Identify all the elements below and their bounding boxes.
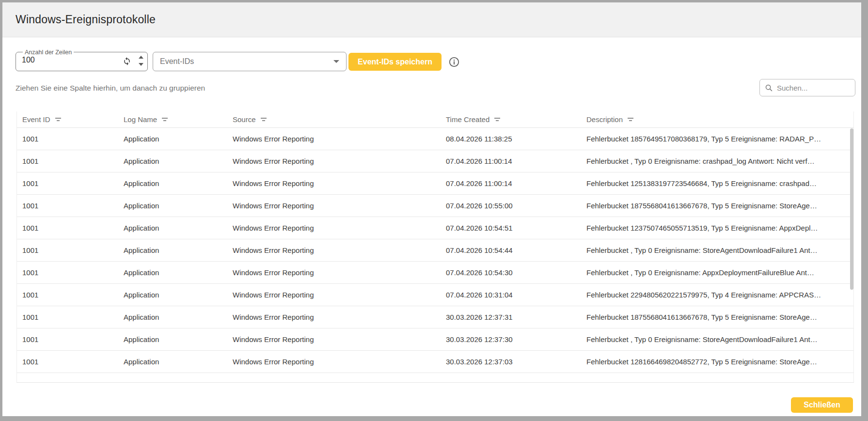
column-header-time-created[interactable]: Time Created bbox=[441, 115, 581, 124]
table-row[interactable]: 1001ApplicationWindows Error Reporting07… bbox=[17, 239, 853, 262]
table-cell: Fehlerbucket 1875568041613667678, Typ 5 … bbox=[581, 313, 853, 321]
column-header-description[interactable]: Description bbox=[581, 115, 853, 124]
table-cell: Fehlerbucket 1281664698204852772, Typ 5 … bbox=[581, 358, 853, 366]
table-cell: Application bbox=[118, 246, 227, 254]
filter-icon[interactable] bbox=[494, 117, 501, 122]
table-cell: Fehlerbucket 1237507465055713519, Typ 5 … bbox=[581, 224, 853, 232]
table-row-partial bbox=[17, 373, 853, 383]
dialog-titlebar: Windows-Ereignisprotokolle bbox=[2, 2, 861, 37]
table-cell: 30.03.2026 12:37:31 bbox=[441, 313, 581, 321]
table-cell: Application bbox=[118, 224, 227, 232]
table-cell: Fehlerbucket 1875568041613667678, Typ 5 … bbox=[581, 202, 853, 210]
table-cell: Windows Error Reporting bbox=[227, 202, 441, 210]
row-count-input[interactable] bbox=[22, 56, 121, 64]
table-cell: Windows Error Reporting bbox=[227, 246, 441, 254]
table-row[interactable]: 1001ApplicationWindows Error Reporting30… bbox=[17, 306, 853, 328]
table-cell: Windows Error Reporting bbox=[227, 268, 441, 277]
table-cell: 1001 bbox=[17, 179, 118, 187]
column-header-label: Time Created bbox=[446, 115, 489, 124]
table-cell: 07.04.2026 10:54:51 bbox=[441, 224, 581, 232]
table-row[interactable]: 1001ApplicationWindows Error Reporting07… bbox=[17, 195, 853, 217]
table-cell: Fehlerbucket 2294805620221579975, Typ 4 … bbox=[581, 291, 853, 299]
table-row[interactable]: 1001ApplicationWindows Error Reporting30… bbox=[17, 351, 853, 373]
column-header-label: Log Name bbox=[124, 115, 157, 124]
event-ids-select[interactable]: Event-IDs bbox=[153, 52, 347, 71]
filter-icon[interactable] bbox=[627, 117, 634, 122]
table-cell: Application bbox=[118, 202, 227, 210]
table-cell: Application bbox=[118, 268, 227, 277]
save-event-ids-button[interactable]: Event-IDs speichern bbox=[348, 53, 442, 71]
table-cell: 1001 bbox=[17, 157, 118, 165]
filter-icon[interactable] bbox=[55, 117, 62, 122]
table-body: 1001ApplicationWindows Error Reporting08… bbox=[17, 128, 853, 383]
table-cell: Application bbox=[118, 291, 227, 299]
stepper-down-icon[interactable] bbox=[139, 63, 143, 66]
vertical-scrollbar-thumb[interactable] bbox=[850, 128, 853, 290]
table-cell: 07.04.2026 10:54:44 bbox=[441, 246, 581, 254]
group-hint-row: Ziehen Sie eine Spalte hierhin, um danac… bbox=[2, 78, 861, 97]
table-cell: 07.04.2026 11:00:14 bbox=[441, 157, 581, 165]
controls-row: Anzahl der Zeilen Event-IDs Event-IDs sp… bbox=[2, 52, 861, 71]
table-row[interactable]: 1001ApplicationWindows Error Reporting07… bbox=[17, 217, 853, 239]
column-header-source[interactable]: Source bbox=[227, 115, 441, 124]
info-icon[interactable] bbox=[448, 56, 460, 68]
table-row[interactable]: 1001ApplicationWindows Error Reporting08… bbox=[17, 128, 853, 150]
table-cell: Fehlerbucket , Typ 0 Ereignisname: AppxD… bbox=[581, 268, 853, 277]
table-cell: Application bbox=[118, 358, 227, 366]
row-count-stepper bbox=[139, 56, 143, 66]
table-row[interactable]: 1001ApplicationWindows Error Reporting07… bbox=[17, 172, 853, 195]
stepper-up-icon[interactable] bbox=[139, 56, 143, 59]
close-button[interactable]: Schließen bbox=[791, 397, 853, 413]
table-cell: 1001 bbox=[17, 313, 118, 321]
refresh-icon bbox=[122, 56, 132, 65]
table-cell: Fehlerbucket , Typ 0 Ereignisname: crash… bbox=[581, 157, 853, 165]
column-header-label: Description bbox=[586, 115, 623, 124]
event-log-dialog: Windows-Ereignisprotokolle Anzahl der Ze… bbox=[2, 2, 861, 416]
chevron-down-icon bbox=[333, 60, 339, 63]
table-cell: Windows Error Reporting bbox=[227, 291, 441, 299]
table-cell: Application bbox=[118, 157, 227, 165]
row-count-field[interactable]: Anzahl der Zeilen bbox=[16, 52, 148, 71]
table-cell: 1001 bbox=[17, 358, 118, 366]
event-log-table: Event IDLog NameSourceTime CreatedDescri… bbox=[16, 111, 854, 383]
table-cell: Windows Error Reporting bbox=[227, 224, 441, 232]
table-cell: Windows Error Reporting bbox=[227, 135, 441, 143]
table-cell: 30.03.2026 12:37:03 bbox=[441, 358, 581, 366]
table-cell: 1001 bbox=[17, 224, 118, 232]
column-header-log-name[interactable]: Log Name bbox=[118, 115, 227, 124]
table-cell: 1001 bbox=[17, 135, 118, 143]
table-cell: 1001 bbox=[17, 246, 118, 254]
table-cell: Application bbox=[118, 179, 227, 187]
table-cell: Application bbox=[118, 135, 227, 143]
table-cell: Windows Error Reporting bbox=[227, 358, 441, 366]
table-row[interactable]: 1001ApplicationWindows Error Reporting30… bbox=[17, 328, 853, 351]
search-icon bbox=[765, 84, 773, 92]
filter-icon[interactable] bbox=[161, 117, 168, 122]
table-cell: Windows Error Reporting bbox=[227, 179, 441, 187]
event-ids-placeholder: Event-IDs bbox=[160, 57, 333, 66]
table-cell: 1001 bbox=[17, 335, 118, 343]
table-cell: 08.04.2026 11:38:25 bbox=[441, 135, 581, 143]
filter-icon[interactable] bbox=[260, 117, 267, 122]
table-row[interactable]: 1001ApplicationWindows Error Reporting07… bbox=[17, 262, 853, 284]
refresh-button[interactable] bbox=[121, 55, 133, 66]
table-cell: 1001 bbox=[17, 268, 118, 277]
search-input[interactable] bbox=[777, 84, 850, 92]
table-cell: Fehlerbucket , Typ 0 Ereignisname: Store… bbox=[581, 246, 853, 254]
table-cell: Windows Error Reporting bbox=[227, 313, 441, 321]
dialog-title: Windows-Ereignisprotokolle bbox=[16, 13, 156, 26]
table-cell: 07.04.2026 10:54:30 bbox=[441, 268, 581, 277]
table-row[interactable]: 1001ApplicationWindows Error Reporting07… bbox=[17, 150, 853, 172]
table-cell: 07.04.2026 11:00:14 bbox=[441, 179, 581, 187]
column-header-event-id[interactable]: Event ID bbox=[17, 115, 118, 124]
table-cell: Application bbox=[118, 335, 227, 343]
table-cell: 07.04.2026 10:55:00 bbox=[441, 202, 581, 210]
search-box[interactable] bbox=[759, 79, 855, 96]
table-cell: Fehlerbucket 1251383197723546684, Typ 5 … bbox=[581, 179, 853, 187]
table-row[interactable]: 1001ApplicationWindows Error Reporting07… bbox=[17, 284, 853, 306]
column-header-label: Source bbox=[233, 115, 256, 124]
group-by-hint: Ziehen Sie eine Spalte hierhin, um danac… bbox=[16, 84, 205, 93]
table-cell: Fehlerbucket 1857649517080368179, Typ 5 … bbox=[581, 135, 853, 143]
table-cell: Fehlerbucket , Typ 0 Ereignisname: Store… bbox=[581, 335, 853, 343]
column-header-label: Event ID bbox=[22, 115, 50, 124]
